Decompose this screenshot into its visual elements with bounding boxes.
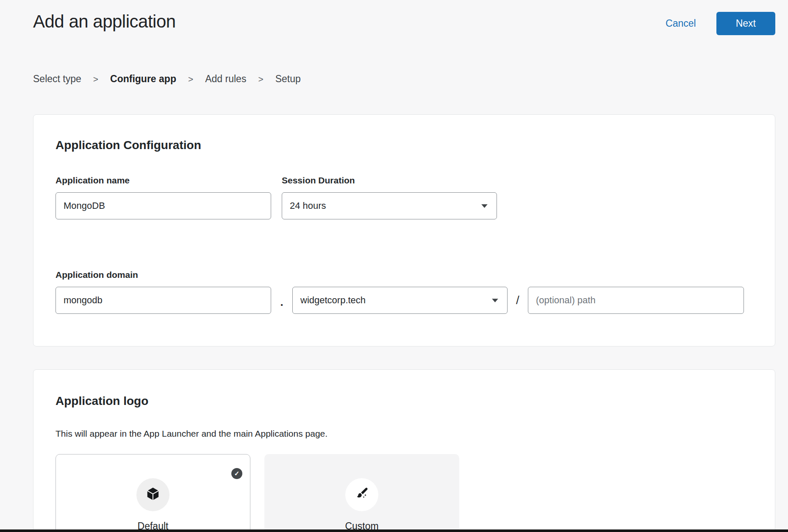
application-domain-field-group: Application domain . widgetcorp.tech /	[55, 269, 753, 314]
domain-select-value: widgetcorp.tech	[300, 295, 366, 306]
application-domain-label: Application domain	[55, 269, 753, 280]
application-configuration-heading: Application Configuration	[55, 139, 753, 152]
logo-options: ✓ Default	[55, 454, 753, 532]
name-duration-row: Application name Session Duration 24 hou…	[55, 175, 753, 219]
step-add-rules[interactable]: Add rules	[205, 73, 246, 85]
subdomain-input[interactable]	[55, 287, 271, 314]
header-actions: Cancel Next	[666, 12, 775, 35]
screen-bottom-edge	[0, 529, 788, 532]
domain-select[interactable]: widgetcorp.tech	[292, 287, 508, 314]
step-separator-icon: >	[93, 74, 98, 84]
logo-option-default[interactable]: ✓ Default	[55, 454, 250, 532]
application-configuration-card: Application Configuration Application na…	[33, 114, 775, 346]
application-logo-heading: Application logo	[55, 394, 753, 408]
dot-separator: .	[277, 296, 286, 314]
custom-logo-circle	[345, 478, 378, 511]
next-button[interactable]: Next	[716, 12, 775, 35]
step-separator-icon: >	[258, 74, 263, 84]
chevron-down-icon	[491, 298, 499, 303]
path-input[interactable]	[528, 287, 744, 314]
session-duration-select[interactable]: 24 hours	[282, 192, 497, 219]
application-name-field-group: Application name	[55, 175, 271, 219]
slash-separator: /	[513, 294, 522, 307]
wizard-steps: Select type > Configure app > Add rules …	[33, 73, 775, 85]
default-logo-circle	[136, 478, 169, 511]
application-logo-card: Application logo This will appear in the…	[33, 369, 775, 532]
chevron-down-icon	[481, 204, 488, 208]
logo-option-custom[interactable]: Custom	[264, 454, 459, 532]
application-domain-row: . widgetcorp.tech /	[55, 287, 753, 314]
selected-check-icon: ✓	[231, 468, 242, 479]
application-name-label: Application name	[55, 175, 271, 186]
step-separator-icon: >	[188, 74, 193, 84]
page-header: Add an application Cancel Next	[33, 0, 775, 35]
session-duration-field-group: Session Duration 24 hours	[282, 175, 497, 219]
application-logo-description: This will appear in the App Launcher and…	[55, 428, 753, 439]
session-duration-value: 24 hours	[290, 200, 326, 211]
paintbrush-icon	[354, 486, 369, 503]
cube-icon	[145, 486, 161, 503]
step-select-type[interactable]: Select type	[33, 73, 81, 85]
application-name-input[interactable]	[55, 192, 271, 219]
page-title: Add an application	[33, 11, 176, 32]
session-duration-label: Session Duration	[282, 175, 497, 186]
step-setup[interactable]: Setup	[275, 73, 301, 85]
add-application-page: Add an application Cancel Next Select ty…	[0, 0, 788, 532]
check-glyph: ✓	[234, 470, 240, 477]
step-configure-app[interactable]: Configure app	[110, 73, 176, 85]
cancel-button[interactable]: Cancel	[666, 18, 696, 29]
